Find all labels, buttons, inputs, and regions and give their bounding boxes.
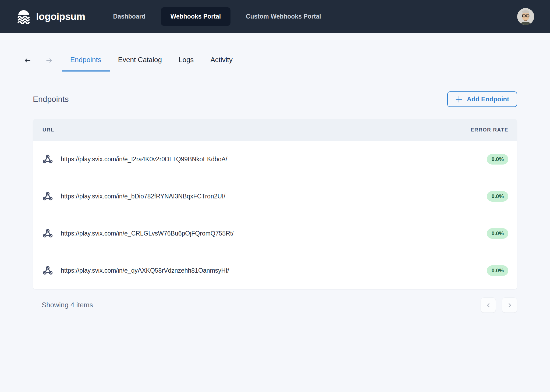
tab-endpoints[interactable]: Endpoints bbox=[62, 49, 110, 72]
arrow-right-icon bbox=[45, 56, 53, 65]
page-header: Endpoints Add Endpoint bbox=[33, 91, 517, 107]
top-navbar: logoipsum Dashboard Webhooks Portal Cust… bbox=[0, 0, 550, 33]
table-row[interactable]: https://play.svix.com/in/e_CRLGLvsW76Bu6… bbox=[33, 215, 517, 252]
portal-toolbar: Endpoints Event Catalog Logs Activity bbox=[23, 49, 550, 72]
endpoint-url: https://play.svix.com/in/e_bDio782fRYNAI… bbox=[61, 193, 225, 200]
forward-button[interactable] bbox=[45, 56, 53, 65]
table-row[interactable]: https://play.svix.com/in/e_bDio782fRYNAI… bbox=[33, 178, 517, 215]
tab-logs[interactable]: Logs bbox=[170, 49, 202, 72]
webhook-icon bbox=[42, 154, 53, 165]
table-row[interactable]: https://play.svix.com/in/e_I2ra4K0v2r0DL… bbox=[33, 141, 517, 178]
pagination bbox=[481, 297, 517, 313]
table-row[interactable]: https://play.svix.com/in/e_qyAXKQ58rVdzn… bbox=[33, 252, 517, 289]
error-rate-badge: 0.0% bbox=[487, 228, 508, 239]
endpoint-url: https://play.svix.com/in/e_qyAXKQ58rVdzn… bbox=[61, 267, 229, 274]
tab-event-catalog[interactable]: Event Catalog bbox=[110, 49, 170, 72]
next-page-button[interactable] bbox=[502, 297, 517, 313]
endpoints-table: URL ERROR RATE https://play.svix.com/in/… bbox=[33, 119, 517, 289]
column-error-rate: ERROR RATE bbox=[471, 127, 508, 133]
prev-page-button[interactable] bbox=[481, 297, 496, 313]
logoipsum-icon bbox=[16, 9, 31, 24]
arrow-left-icon bbox=[23, 56, 31, 65]
webhook-icon bbox=[42, 265, 53, 276]
webhook-icon bbox=[42, 191, 53, 202]
add-endpoint-label: Add Endpoint bbox=[467, 95, 509, 103]
error-rate-badge: 0.0% bbox=[487, 265, 508, 276]
add-endpoint-button[interactable]: Add Endpoint bbox=[447, 91, 517, 107]
portal-tabs: Endpoints Event Catalog Logs Activity bbox=[62, 49, 241, 72]
tab-activity[interactable]: Activity bbox=[202, 49, 241, 72]
page-title: Endpoints bbox=[33, 95, 69, 104]
brand-name: logoipsum bbox=[36, 11, 85, 22]
nav-item-webhooks-portal[interactable]: Webhooks Portal bbox=[161, 7, 230, 26]
items-count-text: Showing 4 items bbox=[42, 301, 93, 309]
nav-item-custom-webhooks-portal[interactable]: Custom Webhooks Portal bbox=[246, 13, 321, 20]
table-header: URL ERROR RATE bbox=[33, 119, 517, 141]
chevron-left-icon bbox=[486, 302, 491, 308]
chevron-right-icon bbox=[507, 302, 512, 308]
main-content: Endpoints Add Endpoint URL ERROR RATE bbox=[0, 91, 550, 313]
nav-item-dashboard[interactable]: Dashboard bbox=[113, 13, 146, 20]
column-url: URL bbox=[42, 127, 54, 133]
back-button[interactable] bbox=[23, 56, 31, 65]
endpoint-url: https://play.svix.com/in/e_CRLGLvsW76Bu6… bbox=[61, 230, 234, 237]
brand-logo[interactable]: logoipsum bbox=[16, 9, 85, 24]
error-rate-badge: 0.0% bbox=[487, 191, 508, 202]
plus-icon bbox=[455, 96, 463, 103]
primary-nav: Dashboard Webhooks Portal Custom Webhook… bbox=[113, 7, 321, 26]
error-rate-badge: 0.0% bbox=[487, 154, 508, 165]
user-avatar[interactable] bbox=[517, 8, 534, 25]
endpoint-url: https://play.svix.com/in/e_I2ra4K0v2r0DL… bbox=[61, 156, 227, 163]
webhook-icon bbox=[42, 228, 53, 239]
table-footer: Showing 4 items bbox=[33, 297, 517, 313]
